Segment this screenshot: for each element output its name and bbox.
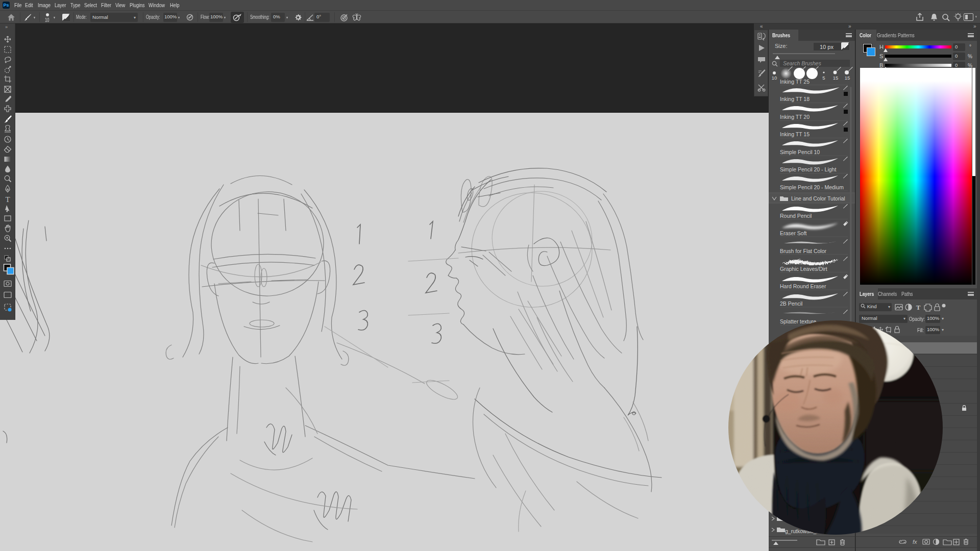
svg-text:5: 5 [822, 75, 825, 81]
svg-text:Simple Pencil 10: Simple Pencil 10 [780, 149, 820, 155]
svg-text:»: » [5, 24, 8, 30]
svg-text:Size:: Size: [775, 43, 787, 49]
svg-text:fx: fx [913, 539, 917, 545]
svg-text:Round Pencil: Round Pencil [780, 213, 812, 219]
svg-text:10 px: 10 px [820, 44, 834, 50]
svg-text:Simple Pencil 20 - Medium: Simple Pencil 20 - Medium [780, 184, 844, 190]
svg-text:15: 15 [833, 75, 839, 81]
svg-text:Inking TT 15: Inking TT 15 [780, 131, 810, 137]
svg-text:Inking TT 18: Inking TT 18 [780, 96, 810, 102]
svg-text:Eraser Soft: Eraser Soft [780, 230, 807, 236]
svg-text:T: T [5, 195, 10, 204]
svg-text:2B Pencil: 2B Pencil [780, 300, 802, 307]
svg-text:Line and Color Tutorial: Line and Color Tutorial [791, 195, 845, 202]
svg-text:Search Brushes: Search Brushes [783, 60, 821, 66]
svg-text:Brush for Flat Color: Brush for Flat Color [780, 248, 827, 254]
svg-text:T: T [916, 304, 921, 311]
svg-text:15: 15 [845, 75, 850, 81]
svg-text:Simple Pencil 20 - Light: Simple Pencil 20 - Light [780, 166, 836, 172]
svg-text:10: 10 [772, 75, 777, 81]
svg-text:Inking TT 20: Inking TT 20 [780, 114, 810, 120]
svg-text:Hard Round Eraser: Hard Round Eraser [780, 283, 826, 289]
svg-text:Graphic Leaves/Dirt: Graphic Leaves/Dirt [780, 266, 827, 272]
svg-text:Inking TT 25: Inking TT 25 [780, 79, 810, 85]
